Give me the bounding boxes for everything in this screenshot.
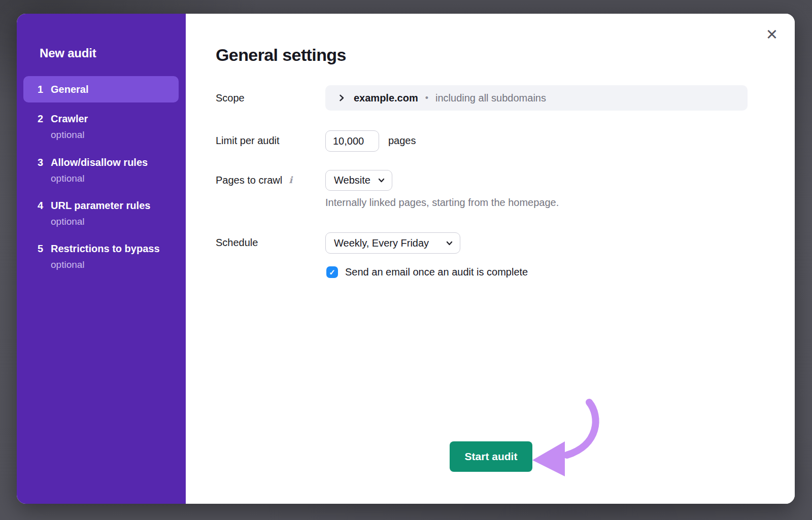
step-number: 2 — [38, 111, 51, 127]
step-number: 4 — [38, 198, 51, 214]
info-icon[interactable]: i — [289, 174, 292, 187]
limit-input[interactable] — [325, 130, 379, 152]
pages-to-crawl-label-text: Pages to crawl — [216, 174, 282, 187]
step-label: General — [51, 84, 88, 95]
schedule-label: Schedule — [216, 236, 258, 249]
step-optional: optional — [51, 214, 179, 229]
sidebar-item-general[interactable]: 1 General — [23, 76, 179, 102]
chevron-down-icon — [378, 177, 385, 184]
step-number: 1 — [38, 84, 51, 95]
step-number: 3 — [38, 155, 51, 170]
step-number: 5 — [38, 241, 51, 257]
curved-arrow-icon — [518, 393, 602, 490]
pages-to-crawl-dropdown[interactable]: Website — [325, 170, 392, 191]
scope-label: Scope — [216, 91, 245, 105]
scope-subdomains-note: including all subdomains — [435, 92, 546, 104]
limit-unit: pages — [388, 135, 416, 147]
sidebar-item-allow-disallow-rules[interactable]: 3 Allow/disallow rules optional — [38, 155, 179, 186]
step-label: Crawler — [51, 111, 88, 127]
step-label: Allow/disallow rules — [51, 155, 148, 170]
sidebar-title: New audit — [40, 46, 96, 60]
step-label: Restrictions to bypass — [51, 241, 160, 257]
step-optional: optional — [51, 257, 179, 272]
chevron-down-icon — [446, 239, 453, 247]
general-settings-panel: ✕ General settings Scope example.com • i… — [186, 14, 795, 504]
sidebar-item-crawler[interactable]: 2 Crawler optional — [38, 111, 179, 143]
page-title: General settings — [216, 45, 346, 64]
schedule-dropdown[interactable]: Weekly, Every Friday — [325, 232, 460, 254]
start-audit-button[interactable]: Start audit — [450, 441, 532, 472]
steps-sidebar: New audit 1 General 2 Crawler optional 3… — [17, 14, 186, 504]
new-audit-modal: New audit 1 General 2 Crawler optional 3… — [17, 14, 795, 504]
email-checkbox[interactable]: ✓ — [326, 266, 338, 278]
scope-separator-dot: • — [425, 93, 428, 103]
close-button[interactable]: ✕ — [763, 26, 781, 43]
sidebar-item-restrictions-to-bypass[interactable]: 5 Restrictions to bypass optional — [38, 241, 179, 272]
pages-help-text: Internally linked pages, starting from t… — [325, 197, 559, 209]
schedule-value: Weekly, Every Friday — [334, 237, 429, 249]
step-optional: optional — [51, 127, 179, 143]
step-optional: optional — [51, 170, 179, 186]
close-icon: ✕ — [766, 26, 778, 43]
pages-to-crawl-value: Website — [334, 175, 370, 186]
scope-value-chip[interactable]: example.com • including all subdomains — [325, 85, 748, 111]
check-icon: ✓ — [329, 268, 335, 277]
scope-domain: example.com — [354, 92, 418, 104]
step-label: URL parameter rules — [51, 198, 150, 214]
chevron-right-icon — [337, 94, 346, 102]
limit-label: Limit per audit — [216, 134, 280, 147]
email-checkbox-row[interactable]: ✓ Send an email once an audit is complet… — [326, 266, 528, 278]
sidebar-item-url-parameter-rules[interactable]: 4 URL parameter rules optional — [38, 198, 179, 229]
pages-to-crawl-label: Pages to crawl i — [216, 174, 292, 187]
email-checkbox-label: Send an email once an audit is complete — [345, 266, 528, 278]
